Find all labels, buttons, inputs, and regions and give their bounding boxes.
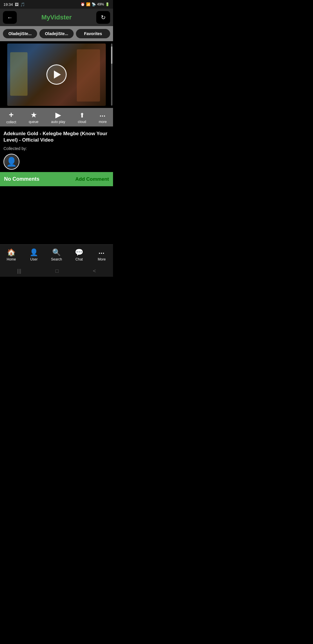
scrollbar-thumb <box>111 46 112 64</box>
video-thumbnail[interactable] <box>7 44 106 106</box>
comments-bar: No Comments Add Comment <box>0 172 113 186</box>
video-title: Adekunle Gold - Kelegbe Megbe (Know Your… <box>3 131 110 143</box>
add-comment-button[interactable]: Add Comment <box>75 176 109 182</box>
video-info: Adekunle Gold - Kelegbe Megbe (Know Your… <box>0 126 113 172</box>
nav-home[interactable]: 🏠 Home <box>0 248 23 261</box>
battery-icon: 🔋 <box>105 2 110 6</box>
more-action-label: more <box>99 120 107 124</box>
user-icon: 👤 <box>30 248 38 256</box>
queue-label: queue <box>29 120 38 124</box>
autoplay-icon: ▶ <box>55 111 61 119</box>
no-comments-label: No Comments <box>4 176 39 182</box>
android-menu-btn[interactable]: ||| <box>17 268 21 274</box>
cloud-label: cloud <box>78 120 86 124</box>
queue-button[interactable]: queue <box>29 111 38 124</box>
video-container <box>0 41 113 108</box>
tab-favorites[interactable]: Favorites <box>76 29 110 38</box>
battery-pct: 49% <box>97 2 104 6</box>
autoplay-label: auto play <box>51 120 65 124</box>
scrollbar <box>111 44 112 106</box>
home-label: Home <box>7 257 16 261</box>
android-home-btn[interactable]: □ <box>55 268 59 274</box>
status-time: 19:34 <box>3 2 13 7</box>
tab-oladeji-1[interactable]: OladejiSte... <box>3 29 37 38</box>
refresh-button[interactable]: ↻ <box>96 11 110 24</box>
music-icon: 🎵 <box>20 2 25 7</box>
search-icon: 🔍 <box>52 248 61 256</box>
tab-row: OladejiSte... OladejiSte... Favorites <box>0 26 113 41</box>
android-back-btn[interactable]: < <box>93 268 96 274</box>
collector-avatar[interactable]: 👤 <box>3 154 19 170</box>
nav-more[interactable]: More <box>90 248 113 261</box>
more-icon <box>99 248 105 256</box>
tab-oladeji-2[interactable]: OladejiSte... <box>39 29 74 38</box>
collect-button[interactable]: collect <box>6 111 16 124</box>
back-button[interactable]: ← <box>3 11 17 24</box>
wifi-icon: 📶 <box>86 2 90 6</box>
play-button[interactable] <box>46 64 67 85</box>
collected-by-label: Collected by: <box>3 146 110 151</box>
nav-user[interactable]: 👤 User <box>23 248 45 261</box>
nav-search[interactable]: 🔍 Search <box>45 248 68 261</box>
status-left: 19:34 🖼 🎵 <box>3 2 25 7</box>
more-action-button[interactable]: more <box>99 111 107 124</box>
autoplay-button[interactable]: ▶ auto play <box>51 111 65 124</box>
alarm-icon: ⏰ <box>81 2 85 6</box>
back-icon: ← <box>7 14 13 21</box>
collect-icon <box>9 111 14 119</box>
home-icon: 🏠 <box>7 248 16 256</box>
app-title: MyVidster <box>41 14 72 21</box>
gallery-icon: 🖼 <box>15 2 19 7</box>
user-label: User <box>30 257 37 261</box>
cloud-icon <box>79 111 85 119</box>
status-right: ⏰ 📶 📡 49% 🔋 <box>81 2 110 6</box>
signal-icon: 📡 <box>92 2 96 6</box>
empty-content-area <box>0 186 113 244</box>
search-label: Search <box>51 257 62 261</box>
nav-chat[interactable]: 💬 Chat <box>68 248 90 261</box>
status-bar: 19:34 🖼 🎵 ⏰ 📶 📡 49% 🔋 <box>0 0 113 9</box>
chat-icon: 💬 <box>75 248 83 256</box>
android-nav-bar: ||| □ < <box>0 265 113 277</box>
bottom-nav: 🏠 Home 👤 User 🔍 Search 💬 Chat More <box>0 244 113 265</box>
more-action-icon <box>100 111 106 119</box>
chat-label: Chat <box>75 257 83 261</box>
collect-label: collect <box>6 120 16 124</box>
header: ← MyVidster ↻ <box>0 9 113 26</box>
queue-icon <box>30 111 37 119</box>
action-bar: collect queue ▶ auto play cloud more <box>0 108 113 126</box>
refresh-icon: ↻ <box>101 14 106 21</box>
more-label: More <box>98 257 105 261</box>
play-icon <box>54 70 61 79</box>
avatar-icon: 👤 <box>6 157 17 167</box>
cloud-button[interactable]: cloud <box>78 111 86 124</box>
